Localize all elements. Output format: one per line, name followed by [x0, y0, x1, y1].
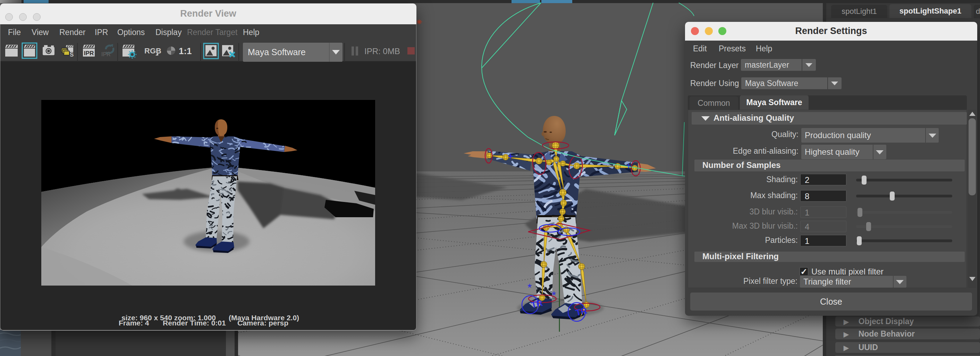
svg-text:RGB: RGB — [144, 46, 161, 55]
svg-text:Maya Software: Maya Software — [248, 47, 306, 57]
svg-text:IPR: 0MB: IPR: 0MB — [364, 46, 400, 56]
svg-text:+: + — [626, 161, 631, 171]
svg-text:1:1: 1:1 — [179, 46, 192, 56]
svg-text:+: + — [508, 151, 513, 161]
svg-text:*: * — [528, 281, 531, 294]
svg-text:S: S — [70, 51, 73, 58]
svg-text:IPR: IPR — [101, 51, 111, 57]
svg-text:*: * — [552, 289, 556, 302]
svg-text:IPR: IPR — [84, 50, 94, 57]
